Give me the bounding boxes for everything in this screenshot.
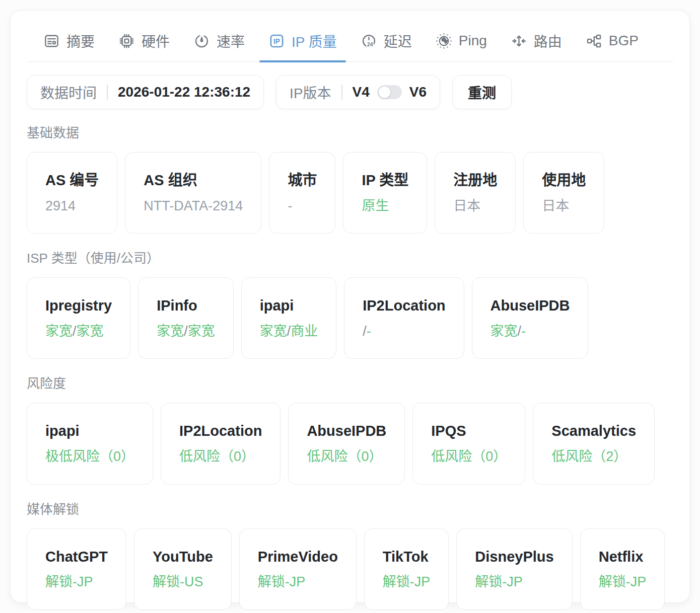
tab-latency[interactable]: 24 延迟 (361, 31, 412, 51)
card-title: AS 组织 (144, 172, 243, 189)
section-title-media-unlock: 媒体解锁 (27, 499, 673, 517)
summary-icon (43, 33, 60, 49)
data-time-label: 数据时间 (40, 82, 97, 102)
risk-card-ipqs: IPQS 低风险（0） (412, 403, 525, 484)
card-value: - (367, 324, 371, 339)
card-value-separator: / (363, 324, 367, 339)
card-value-separator: / (518, 324, 522, 339)
tab-speed[interactable]: 速率 (193, 31, 245, 51)
card-title: AbuseIPDB (491, 297, 570, 315)
card-value: 家宽 (491, 324, 518, 339)
isp-type-cards: Ipregistry 家宽/家宽 IPinfo 家宽/家宽 ipapi 家宽/商… (27, 277, 673, 359)
card-ip-type: IP 类型 原生 (343, 152, 427, 234)
latency-clock-icon: 24 (361, 33, 377, 49)
gauge-icon (193, 33, 210, 49)
card-title: Ipregistry (45, 297, 112, 315)
tab-ip-quality[interactable]: IP IP 质量 (268, 31, 337, 51)
tab-bar: 摘要 硬件 速率 (27, 31, 673, 62)
card-value: 解锁-JP (45, 574, 93, 589)
card-value: 解锁-JP (258, 574, 306, 589)
ip-version-toggle[interactable] (377, 85, 402, 99)
isp-card-ipregistry: Ipregistry 家宽/家宽 (27, 277, 130, 359)
section-title-basic-data: 基础数据 (27, 122, 673, 141)
card-value: 解锁-US (153, 574, 203, 589)
media-unlock-cards: ChatGPT 解锁-JP YouTube 解锁-US PrimeVideo 解… (27, 528, 673, 610)
card-value-separator: / (184, 324, 188, 339)
section-title-risk: 风险度 (27, 373, 673, 392)
card-title: IPQS (431, 422, 507, 440)
tab-ping[interactable]: Ping (436, 33, 487, 49)
tab-label: BGP (609, 33, 639, 49)
card-title: ipapi (260, 297, 318, 315)
media-card-youtube: YouTube 解锁-US (134, 528, 232, 610)
card-title: IPinfo (157, 297, 215, 315)
card-value: 低风险（2） (551, 449, 627, 464)
ip-v4-label: V4 (353, 84, 370, 100)
ip-version-pill: IP版本 V4 V6 (276, 75, 440, 109)
risk-card-scamalytics: Scamalytics 低风险（2） (533, 403, 655, 484)
card-value: 解锁-JP (475, 574, 523, 589)
tab-label: 硬件 (142, 31, 170, 51)
card-value: 日本 (542, 198, 569, 213)
card-title: 使用地 (542, 172, 586, 189)
card-registered-location: 注册地 日本 (435, 152, 516, 234)
card-title: ipapi (45, 422, 134, 440)
card-title: TikTok (383, 548, 431, 566)
card-title: DisneyPlus (475, 548, 553, 566)
card-value: 家宽 (188, 324, 215, 339)
card-title: AbuseIPDB (307, 422, 386, 440)
risk-card-abuseipdb: AbuseIPDB 低风险（0） (288, 403, 405, 484)
risk-card-ipapi: ipapi 极低风险（0） (27, 403, 153, 484)
card-value: - (521, 324, 526, 339)
retest-button[interactable]: 重测 (452, 75, 512, 109)
media-card-chatgpt: ChatGPT 解锁-JP (27, 528, 126, 610)
card-usage-location: 使用地 日本 (523, 152, 604, 234)
ip-badge-icon: IP (268, 33, 285, 49)
card-value: 低风险（0） (307, 449, 382, 464)
route-arrows-icon (511, 33, 527, 49)
card-value: 家宽 (77, 324, 104, 339)
card-title: IP2Location (179, 422, 262, 440)
card-value: 解锁-JP (383, 574, 431, 589)
basic-data-cards: AS 编号 2914 AS 组织 NTT-DATA-2914 城市 - IP 类… (27, 152, 673, 234)
card-value: 原生 (362, 198, 389, 213)
globe-ping-icon (436, 33, 452, 49)
tab-label: IP 质量 (292, 31, 337, 51)
isp-card-ipapi: ipapi 家宽/商业 (241, 277, 337, 359)
card-city: 城市 - (269, 152, 335, 234)
card-title: IP 类型 (362, 172, 408, 189)
card-value: 2914 (45, 198, 76, 213)
card-title: Scamalytics (551, 422, 636, 440)
svg-text:IP: IP (273, 37, 280, 45)
divider (341, 85, 342, 100)
isp-card-ipinfo: IPinfo 家宽/家宽 (138, 277, 234, 359)
card-title: ChatGPT (45, 548, 108, 566)
controls-row: 数据时间 2026-01-22 12:36:12 IP版本 V4 V6 重测 (27, 75, 673, 109)
data-time-pill: 数据时间 2026-01-22 12:36:12 (27, 75, 264, 109)
card-title: AS 编号 (45, 172, 99, 189)
card-value: 家宽 (157, 324, 184, 339)
card-value: 解锁-JP (599, 574, 647, 589)
card-title: Netflix (599, 548, 647, 566)
tab-summary[interactable]: 摘要 (43, 31, 95, 51)
tab-label: 速率 (217, 31, 245, 51)
data-time-value: 2026-01-22 12:36:12 (118, 84, 250, 100)
card-value: - (288, 198, 292, 213)
toggle-knob (379, 87, 390, 98)
card-title: YouTube (153, 548, 213, 566)
tab-hardware[interactable]: 硬件 (118, 31, 170, 51)
ip-version-label: IP版本 (290, 82, 331, 102)
tab-bgp[interactable]: BGP (586, 33, 639, 49)
divider (107, 85, 108, 100)
card-value: 日本 (453, 198, 480, 213)
risk-cards: ipapi 极低风险（0） IP2Location 低风险（0） AbuseIP… (27, 403, 673, 484)
card-title: IP2Location (363, 297, 445, 315)
isp-card-abuseipdb: AbuseIPDB 家宽/- (472, 277, 589, 359)
card-value: NTT-DATA-2914 (144, 198, 243, 213)
card-value-separator: / (73, 324, 77, 339)
tab-label: 延迟 (384, 31, 412, 51)
tab-route[interactable]: 路由 (511, 31, 562, 51)
section-title-isp-type: ISP 类型（使用/公司） (27, 248, 673, 266)
bgp-topology-icon (586, 33, 602, 49)
card-value: 低风险（0） (431, 449, 507, 464)
